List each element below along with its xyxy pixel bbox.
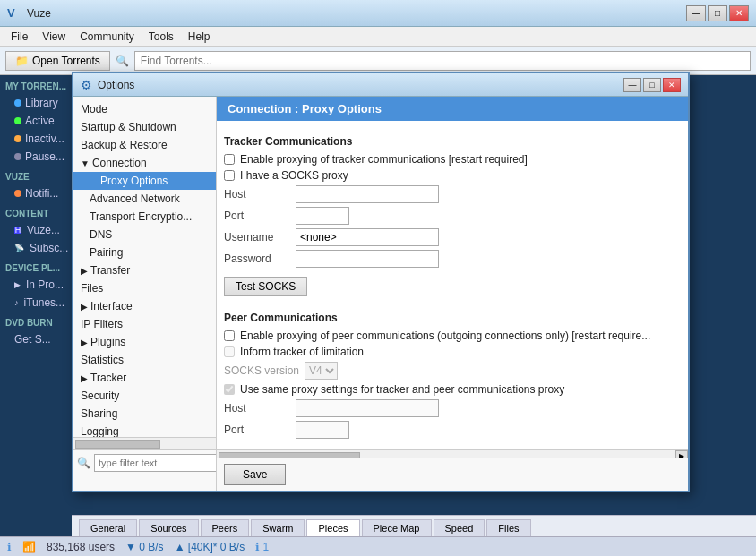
tree-backup[interactable]: Backup & Restore (73, 136, 216, 154)
port-input[interactable] (296, 207, 349, 225)
save-button[interactable]: Save (224, 464, 286, 485)
sidebar-subs[interactable]: 📡Subsc... (0, 239, 76, 257)
dialog-footer: Save (217, 458, 688, 491)
minimize-button[interactable]: — (686, 5, 706, 21)
port-row: Port (224, 207, 681, 225)
inform-tracker-row: Inform tracker of limitation (224, 346, 681, 358)
dialog-body: Mode Startup & Shutdown Backup & Restore… (73, 97, 688, 491)
sidebar-vuze2[interactable]: HVuze... (0, 221, 76, 239)
tree-dns[interactable]: DNS (73, 226, 216, 244)
sidebar-notif[interactable]: Notifi... (0, 184, 76, 202)
dialog-maximize-button[interactable]: □ (643, 78, 661, 92)
tree-sharing[interactable]: Sharing (73, 405, 216, 423)
tree-transfer[interactable]: ▶ Transfer (73, 261, 216, 279)
tree-plugins-icon: ▶ (81, 338, 88, 347)
test-socks-button[interactable]: Test SOCKS (224, 277, 307, 296)
peer-host-input[interactable] (296, 399, 439, 417)
options-content: Connection : Proxy Options Tracker Commu… (217, 97, 688, 458)
host-input[interactable] (296, 185, 439, 203)
tree-statistics[interactable]: Statistics (73, 351, 216, 369)
username-input[interactable] (296, 228, 439, 246)
socks-proxy-checkbox[interactable] (224, 170, 235, 181)
tree-proxy-options[interactable]: Proxy Options (73, 172, 216, 190)
tree-scroll-area[interactable]: Mode Startup & Shutdown Backup & Restore… (73, 100, 216, 437)
menu-tools[interactable]: Tools (142, 29, 181, 45)
tab-general[interactable]: General (79, 519, 137, 536)
tree-filter-input[interactable] (94, 454, 217, 472)
dialog-minimize-button[interactable]: — (623, 78, 641, 92)
tab-files[interactable]: Files (486, 519, 530, 536)
tab-peers[interactable]: Peers (201, 519, 250, 536)
info-badge: ℹ 1 (255, 541, 269, 553)
content-area: Connection : Proxy Options Tracker Commu… (217, 97, 688, 491)
tree-tracker[interactable]: ▶ Tracker (73, 369, 216, 387)
tab-piece-map[interactable]: Piece Map (362, 519, 432, 536)
socks-version-select[interactable]: V4 (305, 362, 338, 380)
dialog-title-bar: ⚙ Options — □ ✕ (73, 73, 688, 97)
menu-help[interactable]: Help (181, 29, 218, 45)
users-count: 835,168 users (47, 541, 115, 553)
dvd-header: DVD BURN (0, 315, 76, 330)
socks-version-row: SOCKS version V4 (224, 362, 681, 380)
sidebar-background: MY TORREN... Library Active Inactiv... P… (0, 75, 76, 515)
menu-file[interactable]: File (4, 29, 35, 45)
sidebar-inactive[interactable]: Inactiv... (0, 130, 76, 148)
same-settings-checkbox[interactable] (224, 384, 235, 395)
tree-startup[interactable]: Startup & Shutdown (73, 118, 216, 136)
menu-view[interactable]: View (35, 29, 73, 45)
sidebar-paused[interactable]: Pause... (0, 148, 76, 166)
tree-expand-icon: ▼ (81, 158, 90, 168)
folder-icon: 📁 (15, 55, 29, 67)
search-input[interactable] (134, 51, 751, 71)
sidebar-inprog[interactable]: ▶In Pro... (0, 276, 76, 294)
app-title: Vuze (27, 7, 686, 20)
menu-community[interactable]: Community (73, 29, 142, 45)
inform-tracker-checkbox[interactable] (224, 346, 235, 357)
sidebar-itunes[interactable]: ♪iTunes... (0, 294, 76, 312)
tree-connection[interactable]: ▼ Connection (73, 154, 216, 172)
tree-transport-encryption[interactable]: Transport Encryptio... (73, 208, 216, 226)
tab-pieces[interactable]: Pieces (306, 519, 359, 536)
music-icon: ♪ (14, 298, 19, 307)
tree-tracker-icon: ▶ (81, 373, 88, 383)
peer-port-input[interactable] (296, 421, 349, 439)
tab-speed[interactable]: Speed (434, 519, 485, 536)
maximize-button[interactable]: □ (708, 5, 727, 21)
tree-files[interactable]: Files (73, 279, 216, 297)
sidebar-gets[interactable]: Get S... (0, 330, 76, 348)
inform-tracker-label: Inform tracker of limitation (240, 346, 364, 358)
tree-interface[interactable]: ▶ Interface (73, 297, 216, 315)
tree-mode[interactable]: Mode (73, 100, 216, 118)
open-torrents-button[interactable]: 📁 Open Torrents (5, 51, 110, 71)
tree-pairing[interactable]: Pairing (73, 244, 216, 261)
tree-advanced-network[interactable]: Advanced Network (73, 190, 216, 208)
tab-swarm[interactable]: Swarm (251, 519, 305, 536)
peer-host-label: Host (224, 402, 296, 415)
dialog-close-button[interactable]: ✕ (663, 78, 681, 92)
enable-tracker-proxy-checkbox[interactable] (224, 154, 235, 165)
password-input[interactable] (296, 250, 439, 268)
socks-proxy-label: I have a SOCKS proxy (240, 169, 348, 182)
peer-section-title: Peer Communications (224, 312, 681, 324)
tree-plugins[interactable]: ▶ Plugins (73, 333, 216, 351)
tree-scroll-thumb (75, 440, 160, 449)
vuze-header: VUZE (0, 169, 76, 184)
same-settings-row: Use same proxy settings for tracker and … (224, 383, 681, 396)
tab-sources[interactable]: Sources (139, 519, 198, 536)
tree-horizontal-scroll[interactable] (73, 437, 216, 449)
tree-interface-icon: ▶ (81, 302, 88, 312)
enable-peer-proxy-label: Enable proxying of peer communications (… (240, 329, 650, 342)
sidebar-active[interactable]: Active (0, 112, 76, 130)
tree-security[interactable]: Security (73, 387, 216, 405)
content-horizontal-scroll[interactable]: ▶ (217, 449, 688, 458)
close-button[interactable]: ✕ (729, 5, 749, 21)
tree-ip-filters[interactable]: IP Filters (73, 315, 216, 333)
dialog-title: Options (98, 79, 623, 91)
scroll-right-button[interactable]: ▶ (675, 450, 688, 458)
sidebar-library[interactable]: Library (0, 94, 76, 112)
search-icon: 🔍 (116, 55, 129, 67)
enable-peer-proxy-checkbox[interactable] (224, 330, 235, 341)
password-label: Password (224, 252, 296, 265)
tree-transfer-icon: ▶ (81, 266, 88, 276)
tree-logging[interactable]: Logging (73, 423, 216, 437)
